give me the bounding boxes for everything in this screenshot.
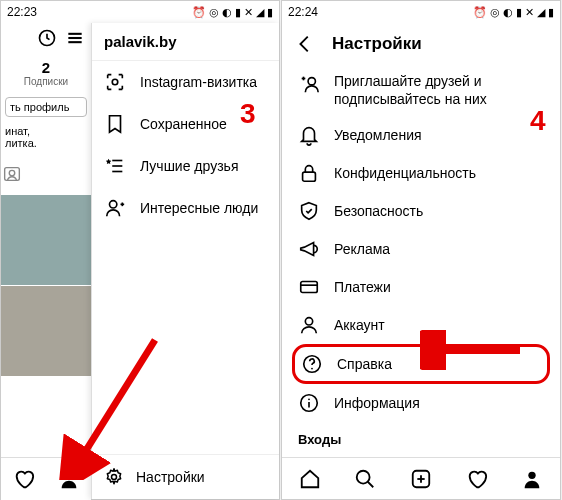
add-post-icon[interactable] xyxy=(410,468,432,490)
drawer-settings-button[interactable]: Настройки xyxy=(92,454,279,499)
lock-icon xyxy=(298,162,320,184)
feed-thumbnail[interactable] xyxy=(1,195,91,285)
drawer-item-label: Instagram-визитка xyxy=(140,74,257,90)
profile-stat[interactable]: 2 Подписки xyxy=(1,53,91,93)
profile-thumbs xyxy=(1,195,91,376)
megaphone-icon xyxy=(298,238,320,260)
svg-line-28 xyxy=(368,481,374,487)
bottom-nav-partial xyxy=(1,457,91,499)
settings-item-invite[interactable]: Приглашайте друзей и подписывайтесь на н… xyxy=(282,65,560,116)
info-icon xyxy=(298,392,320,414)
add-person-icon xyxy=(104,197,126,219)
settings-item-label: Уведомления xyxy=(334,127,422,143)
drawer-settings-label: Настройки xyxy=(136,469,205,485)
svg-point-6 xyxy=(65,471,72,478)
svg-point-21 xyxy=(305,318,312,325)
bell-icon xyxy=(298,124,320,146)
stat-count: 2 xyxy=(1,59,91,76)
settings-item-label: Конфиденциальность xyxy=(334,165,476,181)
svg-point-27 xyxy=(357,470,370,483)
bottom-nav xyxy=(282,457,560,499)
settings-item-label: Справка xyxy=(337,356,392,372)
status-bar: 22:23 ⏰◎◐▮✕◢▮ xyxy=(1,1,279,23)
svg-point-17 xyxy=(308,78,315,85)
phone-screen-right: 22:24 ⏰◎◐▮✕◢▮ Настройки Приглашайте друз… xyxy=(281,0,561,500)
svg-rect-19 xyxy=(301,282,318,293)
highlight-help: Справка xyxy=(292,344,550,384)
activity-icon[interactable] xyxy=(37,28,57,48)
status-time: 22:24 xyxy=(288,5,318,19)
menu-icon[interactable] xyxy=(65,28,85,48)
svg-point-23 xyxy=(311,368,313,370)
svg-point-32 xyxy=(529,471,536,478)
tagged-icon[interactable] xyxy=(1,153,91,195)
drawer-username: palavik.by xyxy=(92,23,279,61)
drawer-item-nametag[interactable]: Instagram-визитка xyxy=(92,61,279,103)
heart-icon[interactable] xyxy=(13,468,35,490)
card-icon xyxy=(298,276,320,298)
svg-point-26 xyxy=(308,398,310,400)
drawer-item-label: Сохраненное xyxy=(140,116,227,132)
settings-item-label: Реклама xyxy=(334,241,390,257)
stat-label: Подписки xyxy=(1,76,91,87)
settings-item-payments[interactable]: Платежи xyxy=(282,268,560,306)
settings-item-ads[interactable]: Реклама xyxy=(282,230,560,268)
drawer-item-close-friends[interactable]: Лучшие друзья xyxy=(92,145,279,187)
settings-section-logins: Входы xyxy=(282,422,560,449)
status-time: 22:23 xyxy=(7,5,37,19)
drawer-item-label: Лучшие друзья xyxy=(140,158,238,174)
settings-item-label: Приглашайте друзей и подписывайтесь на н… xyxy=(334,73,544,108)
settings-item-account[interactable]: Аккаунт xyxy=(282,306,560,344)
status-bar: 22:24 ⏰◎◐▮✕◢▮ xyxy=(282,1,560,23)
settings-item-label: Аккаунт xyxy=(334,317,385,333)
settings-item-notifications[interactable]: Уведомления xyxy=(282,116,560,154)
feed-thumbnail[interactable] xyxy=(1,286,91,376)
gear-icon xyxy=(104,467,124,487)
shield-icon xyxy=(298,200,320,222)
settings-item-info[interactable]: Информация xyxy=(282,384,560,422)
profile-drawer: palavik.by Instagram-визитка Сохраненное… xyxy=(91,23,279,499)
settings-item-label: Платежи xyxy=(334,279,391,295)
svg-point-14 xyxy=(112,475,117,480)
home-icon[interactable] xyxy=(299,468,321,490)
profile-bio: инат, литка. xyxy=(1,121,91,153)
nametag-icon xyxy=(104,71,126,93)
list-star-icon xyxy=(104,155,126,177)
help-icon xyxy=(301,353,323,375)
settings-title: Настройки xyxy=(332,34,422,54)
person-icon xyxy=(298,314,320,336)
annotation-step-3: 3 xyxy=(240,98,256,130)
back-icon[interactable] xyxy=(294,33,316,55)
settings-item-label: Безопасность xyxy=(334,203,423,219)
drawer-item-label: Интересные люди xyxy=(140,200,258,216)
heart-icon[interactable] xyxy=(466,468,488,490)
settings-item-label: Информация xyxy=(334,395,420,411)
drawer-item-discover[interactable]: Интересные люди xyxy=(92,187,279,229)
settings-screen: Настройки Приглашайте друзей и подписыва… xyxy=(282,23,560,499)
profile-icon[interactable] xyxy=(521,468,543,490)
settings-item-privacy[interactable]: Конфиденциальность xyxy=(282,154,560,192)
profile-strip: 2 Подписки ть профиль инат, литка. xyxy=(1,23,91,500)
settings-item-help[interactable]: Справка xyxy=(295,347,547,381)
edit-profile-button[interactable]: ть профиль xyxy=(5,97,87,117)
svg-point-5 xyxy=(9,170,15,176)
profile-icon[interactable] xyxy=(58,468,80,490)
status-icons: ⏰◎◐▮✕◢▮ xyxy=(473,6,554,19)
search-icon[interactable] xyxy=(354,468,376,490)
annotation-step-4: 4 xyxy=(530,105,546,137)
svg-rect-18 xyxy=(303,172,316,181)
bookmark-icon xyxy=(104,113,126,135)
svg-point-11 xyxy=(110,201,117,208)
phone-screen-left: 22:23 ⏰◎◐▮✕◢▮ 2 Подписки ть профиль инат… xyxy=(0,0,280,500)
add-person-icon xyxy=(298,73,320,95)
status-icons: ⏰◎◐▮✕◢▮ xyxy=(192,6,273,19)
svg-point-7 xyxy=(112,79,118,85)
settings-item-security[interactable]: Безопасность xyxy=(282,192,560,230)
svg-rect-4 xyxy=(5,168,20,181)
